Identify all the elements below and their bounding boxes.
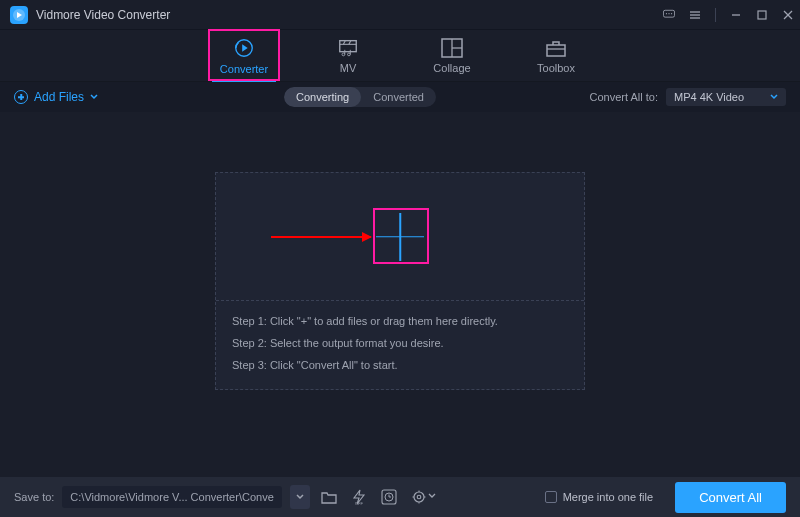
maximize-button[interactable]: [756, 9, 768, 21]
dropzone: Step 1: Click "+" to add files or drag t…: [215, 172, 585, 390]
tab-collage[interactable]: Collage: [420, 31, 484, 81]
svg-text:OFF: OFF: [355, 501, 364, 506]
collage-icon: [441, 38, 463, 58]
subtab-converted[interactable]: Converted: [361, 87, 436, 107]
open-folder-button[interactable]: [318, 486, 340, 508]
annotation-arrow: [271, 236, 371, 238]
svg-point-5: [671, 13, 672, 14]
main-tabs: Converter MV Collage Toolbox: [0, 30, 800, 82]
save-path-dropdown[interactable]: [290, 485, 310, 509]
tab-collage-label: Collage: [433, 62, 470, 74]
convert-all-to-label: Convert All to:: [590, 91, 658, 103]
add-files-button[interactable]: Add Files: [14, 90, 98, 104]
svg-point-3: [666, 13, 667, 14]
step-2: Step 2: Select the output format you des…: [232, 337, 568, 349]
chevron-down-icon: [90, 93, 98, 101]
svg-rect-10: [758, 11, 766, 19]
step-1: Step 1: Click "+" to add files or drag t…: [232, 315, 568, 327]
toolbox-icon: [545, 38, 567, 58]
convert-all-to: Convert All to: MP4 4K Video: [590, 88, 786, 106]
titlebar-right: [663, 8, 794, 22]
feedback-icon[interactable]: [663, 9, 675, 21]
subtabs: Converting Converted: [284, 87, 436, 107]
subtab-converting[interactable]: Converting: [284, 87, 361, 107]
svg-point-4: [668, 13, 669, 14]
tab-toolbox[interactable]: Toolbox: [524, 31, 588, 81]
add-files-plus-icon[interactable]: [376, 213, 424, 261]
output-format-dropdown[interactable]: MP4 4K Video: [666, 88, 786, 106]
workspace: Step 1: Click "+" to add files or drag t…: [0, 112, 800, 482]
dropzone-instructions: Step 1: Click "+" to add files or drag t…: [216, 301, 584, 389]
svg-point-34: [414, 492, 424, 502]
svg-point-35: [418, 495, 422, 499]
tab-mv[interactable]: MV: [316, 31, 380, 81]
svg-rect-15: [340, 40, 357, 51]
tab-toolbox-label: Toolbox: [537, 62, 575, 74]
step-3: Step 3: Click "Convert All" to start.: [232, 359, 568, 371]
toolbar: Add Files Converting Converted Convert A…: [0, 82, 800, 112]
tab-converter-label: Converter: [220, 63, 268, 75]
add-files-label: Add Files: [34, 90, 84, 104]
separator: [715, 8, 716, 22]
svg-marker-14: [242, 44, 248, 51]
merge-checkbox[interactable]: Merge into one file: [545, 491, 654, 503]
converter-icon: [233, 37, 255, 59]
app-title: Vidmore Video Converter: [36, 8, 170, 22]
tab-converter[interactable]: Converter: [212, 31, 276, 81]
svg-rect-26: [547, 45, 565, 56]
minimize-button[interactable]: [730, 9, 742, 21]
app-logo: [10, 6, 28, 24]
merge-label: Merge into one file: [563, 491, 654, 503]
tab-mv-label: MV: [340, 62, 357, 74]
settings-button[interactable]: [408, 486, 440, 508]
convert-all-button[interactable]: Convert All: [675, 482, 786, 513]
close-button[interactable]: [782, 9, 794, 21]
dropzone-top[interactable]: [216, 173, 584, 301]
save-to-label: Save to:: [14, 491, 54, 503]
mv-icon: [337, 38, 359, 58]
footer: Save to: OFF Merge into one file Convert…: [0, 477, 800, 517]
save-path-input[interactable]: [62, 486, 282, 508]
hardware-accel-button[interactable]: OFF: [348, 486, 370, 508]
task-schedule-button[interactable]: [378, 486, 400, 508]
output-format-value: MP4 4K Video: [674, 91, 744, 103]
menu-icon[interactable]: [689, 9, 701, 21]
tab-underline: [212, 80, 276, 82]
chevron-down-icon: [770, 93, 778, 101]
plus-circle-icon: [14, 90, 28, 104]
checkbox-icon: [545, 491, 557, 503]
titlebar: Vidmore Video Converter: [0, 0, 800, 30]
titlebar-left: Vidmore Video Converter: [10, 6, 170, 24]
